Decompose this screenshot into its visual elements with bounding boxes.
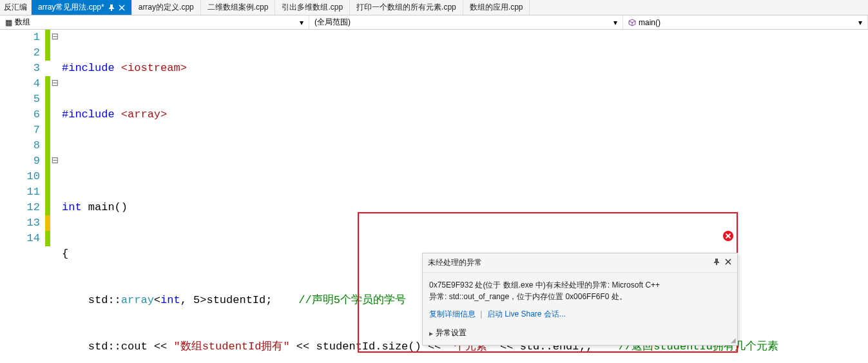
popup-links: 复制详细信息 | 启动 Live Share 会话... [423, 305, 737, 324]
live-share-link[interactable]: 启动 Live Share 会话... [487, 309, 566, 319]
scope-global[interactable]: (全局范围) ▾ [309, 15, 623, 29]
tab-file-5[interactable]: 数组的应用.cpp [463, 0, 530, 15]
tab-disassembly[interactable]: 反汇编 [0, 0, 32, 15]
close-icon[interactable] [119, 5, 125, 11]
chevron-down-icon: ▾ [613, 18, 617, 27]
resize-grip-icon[interactable]: ◢ [731, 337, 736, 344]
tab-label: array常见用法.cpp* [38, 2, 104, 13]
line-number-gutter: 1 2 3 4 5 6 7 8 9 10 11 12 13 14 [0, 30, 45, 363]
tab-file-2[interactable]: 二维数组案例.cpp [201, 0, 276, 15]
popup-body: 0x75E9F932 处(位于 数组.exe 中)有未经处理的异常: Micro… [423, 273, 737, 305]
error-badge-icon [722, 230, 734, 242]
chevron-down-icon: ▾ [858, 18, 862, 27]
chevron-down-icon: ▾ [300, 18, 304, 27]
pin-icon[interactable] [108, 5, 115, 11]
popup-title: 未经处理的异常 [428, 257, 709, 268]
popup-header: 未经处理的异常 [423, 253, 737, 273]
close-icon[interactable] [724, 258, 732, 268]
triangle-right-icon: ▸ [429, 329, 433, 338]
fold-gutter[interactable]: ⊟ ⊟ ⊟ [50, 30, 59, 363]
exception-popup: 未经处理的异常 0x75E9F932 处(位于 数组.exe 中)有未经处理的异… [422, 253, 738, 346]
tab-file-4[interactable]: 打印一个数组的所有元素.cpp [350, 0, 463, 15]
tab-file-3[interactable]: 引出多维数组.cpp [275, 0, 350, 15]
tab-file-0[interactable]: array常见用法.cpp* [32, 0, 132, 15]
file-tabs: 反汇编 array常见用法.cpp* array的定义.cpp 二维数组案例.c… [0, 0, 868, 15]
scope-function[interactable]: main() ▾ [623, 15, 868, 29]
copy-details-link[interactable]: 复制详细信息 [429, 309, 476, 319]
cube-icon [628, 19, 636, 26]
scope-project[interactable]: ▦数组 ▾ [0, 15, 309, 29]
tab-file-1[interactable]: array的定义.cpp [132, 0, 201, 15]
scope-bar: ▦数组 ▾ (全局范围) ▾ main() ▾ [0, 15, 868, 30]
pin-icon[interactable] [713, 258, 720, 268]
exception-settings-toggle[interactable]: ▸ 异常设置 [423, 324, 737, 345]
change-indicator [45, 30, 50, 363]
